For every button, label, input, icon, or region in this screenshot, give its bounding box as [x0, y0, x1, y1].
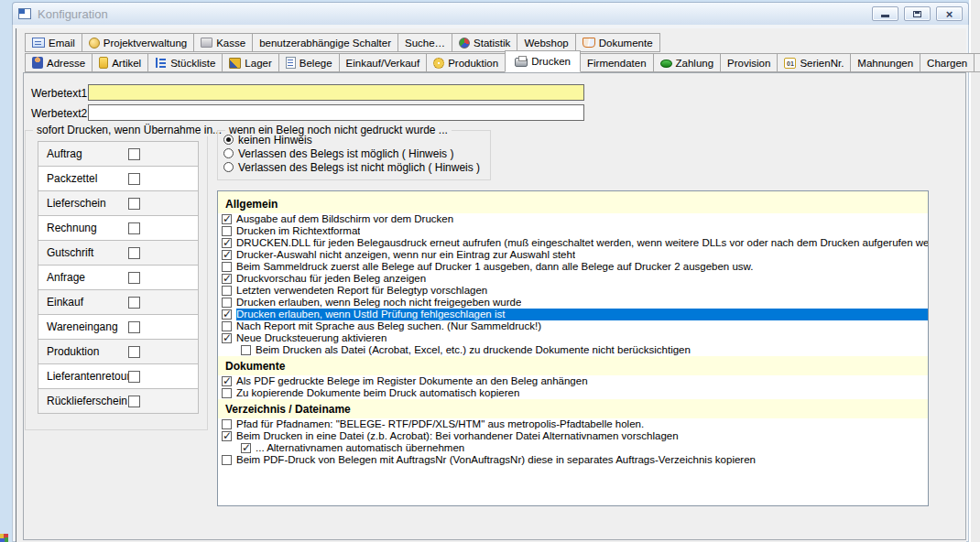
tab-einkauf-verkauf[interactable]: Einkauf/Verkauf — [339, 53, 428, 72]
tab-label: Chargen — [927, 58, 967, 69]
doc-icon — [286, 57, 296, 69]
tab-chargen[interactable]: Chargen — [920, 53, 975, 72]
tab-provision[interactable]: Provision — [720, 53, 778, 72]
tab-system[interactable]: System — [974, 53, 980, 72]
tab-kasse[interactable]: Kasse — [193, 33, 253, 52]
tab-drucken[interactable]: Drucken — [505, 50, 581, 72]
tab-lager[interactable]: Lager — [222, 53, 278, 72]
tab-label: SerienNr. — [800, 58, 844, 69]
tab-label: Firmendaten — [587, 58, 647, 69]
tab-label: Statistik — [474, 38, 510, 49]
tab-label: Drucken — [531, 56, 571, 67]
restore-button[interactable] — [904, 6, 931, 21]
tree-icon — [155, 58, 167, 69]
tab-produktion[interactable]: Produktion — [426, 53, 506, 72]
serialnr-icon: 01 — [784, 58, 796, 69]
tab-projektverwaltung[interactable]: Projektverwaltung — [82, 33, 194, 52]
tab-label: Dokumente — [599, 38, 653, 49]
tab-label: Projektverwaltung — [103, 38, 187, 49]
tab-row-2: AdresseArtikelStücklisteLagerBelegeEinka… — [25, 52, 980, 72]
tab-label: Artikel — [112, 58, 141, 69]
tab-page-drucken — [23, 72, 966, 540]
person-icon — [32, 57, 43, 69]
tab-label: Adresse — [47, 58, 85, 69]
tab-seriennr[interactable]: 01SerienNr. — [777, 53, 851, 72]
tab-row-1: EmailProjektverwaltungKassebenutzerabhän… — [25, 33, 660, 52]
printer-icon — [515, 58, 528, 67]
tab-label: Einkauf/Verkauf — [346, 58, 420, 69]
tab-label: Kasse — [216, 38, 245, 49]
tab-statistik[interactable]: Statistik — [452, 33, 517, 52]
close-icon: × — [946, 8, 953, 20]
tab-belege[interactable]: Belege — [278, 53, 340, 72]
mdi-right-strip — [969, 0, 980, 542]
tab-suche[interactable]: Suche… — [397, 33, 452, 52]
forklift-icon — [229, 58, 241, 69]
close-button[interactable]: × — [936, 6, 963, 21]
book-icon — [583, 38, 595, 48]
tab-label: benutzerabhängige Schalter — [259, 38, 391, 49]
register-icon — [201, 38, 212, 48]
tab-webshop[interactable]: Webshop — [517, 33, 575, 52]
window-titlebar[interactable]: Konfiguration × — [12, 2, 969, 25]
tab-adresse[interactable]: Adresse — [25, 53, 93, 72]
box-icon — [99, 57, 108, 69]
production-icon — [433, 58, 444, 69]
tab-stückliste[interactable]: Stückliste — [147, 53, 223, 72]
tab-dokumente[interactable]: Dokumente — [575, 33, 660, 52]
tab-label: Webshop — [524, 38, 568, 49]
window-controls: × — [866, 6, 963, 21]
window-icon — [18, 8, 31, 19]
restore-icon — [913, 11, 921, 17]
money-icon — [660, 60, 672, 68]
tab-artikel[interactable]: Artikel — [92, 53, 148, 72]
tab-label: Produktion — [448, 58, 498, 69]
tab-email[interactable]: Email — [25, 33, 82, 52]
stats-icon — [459, 38, 470, 49]
tab-label: Lager — [245, 58, 271, 69]
tab-mahnungen[interactable]: Mahnungen — [850, 53, 920, 72]
tab-label: Mahnungen — [857, 58, 913, 69]
minimize-icon — [881, 15, 889, 17]
tab-benutzerabhängige-schalter[interactable]: benutzerabhängige Schalter — [252, 33, 398, 52]
window-title: Konfiguration — [38, 7, 108, 21]
minimize-button[interactable] — [872, 6, 898, 21]
tab-label: Belege — [299, 58, 332, 69]
background-app-icon — [0, 534, 8, 542]
tab-label: Email — [49, 38, 75, 49]
tab-label: Provision — [727, 58, 770, 69]
tab-firmendaten[interactable]: Firmendaten — [580, 53, 654, 72]
tab-label: Stückliste — [170, 58, 215, 69]
email-icon — [32, 38, 45, 48]
tab-zahlung[interactable]: Zahlung — [653, 53, 722, 72]
tab-label: Suche… — [405, 38, 445, 49]
tab-label: Zahlung — [676, 58, 714, 69]
clock-icon — [89, 38, 100, 49]
